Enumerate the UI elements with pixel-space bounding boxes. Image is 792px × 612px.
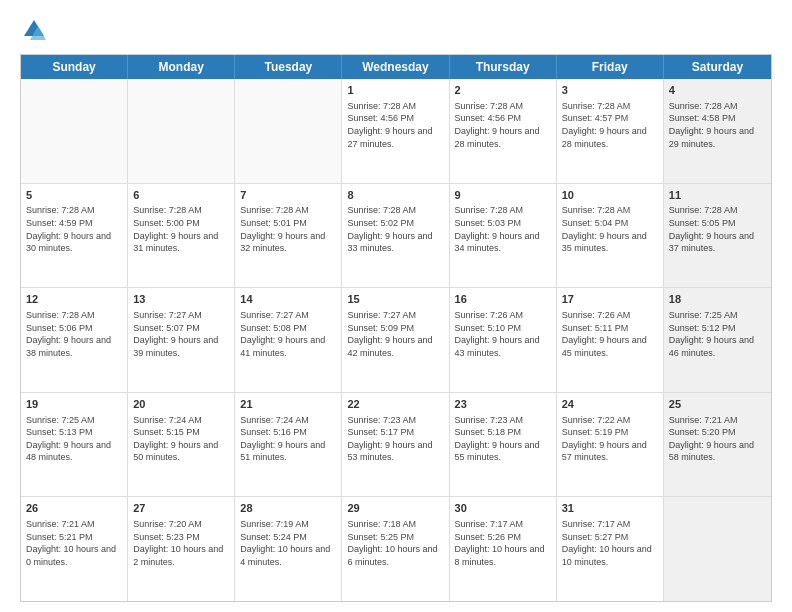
cell-info: Sunrise: 7:28 AMSunset: 5:00 PMDaylight:… bbox=[133, 204, 229, 254]
day-number: 22 bbox=[347, 397, 443, 412]
cell-info: Sunrise: 7:28 AMSunset: 5:01 PMDaylight:… bbox=[240, 204, 336, 254]
cell-info: Sunrise: 7:19 AMSunset: 5:24 PMDaylight:… bbox=[240, 518, 336, 568]
cell-info: Sunrise: 7:28 AMSunset: 5:04 PMDaylight:… bbox=[562, 204, 658, 254]
calendar-body: 1Sunrise: 7:28 AMSunset: 4:56 PMDaylight… bbox=[21, 79, 771, 601]
day-cell-29: 29Sunrise: 7:18 AMSunset: 5:25 PMDayligh… bbox=[342, 497, 449, 601]
day-cell-21: 21Sunrise: 7:24 AMSunset: 5:16 PMDayligh… bbox=[235, 393, 342, 497]
cell-info: Sunrise: 7:27 AMSunset: 5:07 PMDaylight:… bbox=[133, 309, 229, 359]
cell-info: Sunrise: 7:23 AMSunset: 5:17 PMDaylight:… bbox=[347, 414, 443, 464]
day-number: 16 bbox=[455, 292, 551, 307]
day-cell-11: 11Sunrise: 7:28 AMSunset: 5:05 PMDayligh… bbox=[664, 184, 771, 288]
day-cell-1: 1Sunrise: 7:28 AMSunset: 4:56 PMDaylight… bbox=[342, 79, 449, 183]
day-header-wednesday: Wednesday bbox=[342, 55, 449, 79]
day-cell-12: 12Sunrise: 7:28 AMSunset: 5:06 PMDayligh… bbox=[21, 288, 128, 392]
day-number: 27 bbox=[133, 501, 229, 516]
day-number: 9 bbox=[455, 188, 551, 203]
day-cell-10: 10Sunrise: 7:28 AMSunset: 5:04 PMDayligh… bbox=[557, 184, 664, 288]
day-number: 8 bbox=[347, 188, 443, 203]
cell-info: Sunrise: 7:24 AMSunset: 5:16 PMDaylight:… bbox=[240, 414, 336, 464]
day-number: 6 bbox=[133, 188, 229, 203]
day-cell-22: 22Sunrise: 7:23 AMSunset: 5:17 PMDayligh… bbox=[342, 393, 449, 497]
day-number: 18 bbox=[669, 292, 766, 307]
day-number: 29 bbox=[347, 501, 443, 516]
day-cell-6: 6Sunrise: 7:28 AMSunset: 5:00 PMDaylight… bbox=[128, 184, 235, 288]
day-header-thursday: Thursday bbox=[450, 55, 557, 79]
day-header-tuesday: Tuesday bbox=[235, 55, 342, 79]
cell-info: Sunrise: 7:28 AMSunset: 4:56 PMDaylight:… bbox=[347, 100, 443, 150]
day-cell-26: 26Sunrise: 7:21 AMSunset: 5:21 PMDayligh… bbox=[21, 497, 128, 601]
day-number: 14 bbox=[240, 292, 336, 307]
page-container: SundayMondayTuesdayWednesdayThursdayFrid… bbox=[0, 0, 792, 612]
day-cell-16: 16Sunrise: 7:26 AMSunset: 5:10 PMDayligh… bbox=[450, 288, 557, 392]
cell-info: Sunrise: 7:28 AMSunset: 5:05 PMDaylight:… bbox=[669, 204, 766, 254]
empty-cell bbox=[128, 79, 235, 183]
day-cell-23: 23Sunrise: 7:23 AMSunset: 5:18 PMDayligh… bbox=[450, 393, 557, 497]
day-number: 20 bbox=[133, 397, 229, 412]
cell-info: Sunrise: 7:28 AMSunset: 5:02 PMDaylight:… bbox=[347, 204, 443, 254]
cell-info: Sunrise: 7:28 AMSunset: 4:58 PMDaylight:… bbox=[669, 100, 766, 150]
day-number: 23 bbox=[455, 397, 551, 412]
day-cell-24: 24Sunrise: 7:22 AMSunset: 5:19 PMDayligh… bbox=[557, 393, 664, 497]
day-number: 5 bbox=[26, 188, 122, 203]
cell-info: Sunrise: 7:23 AMSunset: 5:18 PMDaylight:… bbox=[455, 414, 551, 464]
cell-info: Sunrise: 7:28 AMSunset: 4:57 PMDaylight:… bbox=[562, 100, 658, 150]
calendar-week-4: 19Sunrise: 7:25 AMSunset: 5:13 PMDayligh… bbox=[21, 393, 771, 498]
empty-cell bbox=[664, 497, 771, 601]
cell-info: Sunrise: 7:26 AMSunset: 5:11 PMDaylight:… bbox=[562, 309, 658, 359]
day-number: 28 bbox=[240, 501, 336, 516]
cell-info: Sunrise: 7:22 AMSunset: 5:19 PMDaylight:… bbox=[562, 414, 658, 464]
cell-info: Sunrise: 7:27 AMSunset: 5:08 PMDaylight:… bbox=[240, 309, 336, 359]
calendar-header: SundayMondayTuesdayWednesdayThursdayFrid… bbox=[21, 55, 771, 79]
cell-info: Sunrise: 7:25 AMSunset: 5:13 PMDaylight:… bbox=[26, 414, 122, 464]
calendar-week-5: 26Sunrise: 7:21 AMSunset: 5:21 PMDayligh… bbox=[21, 497, 771, 601]
cell-info: Sunrise: 7:17 AMSunset: 5:26 PMDaylight:… bbox=[455, 518, 551, 568]
logo-icon bbox=[20, 16, 48, 44]
day-cell-15: 15Sunrise: 7:27 AMSunset: 5:09 PMDayligh… bbox=[342, 288, 449, 392]
day-number: 15 bbox=[347, 292, 443, 307]
cell-info: Sunrise: 7:24 AMSunset: 5:15 PMDaylight:… bbox=[133, 414, 229, 464]
cell-info: Sunrise: 7:28 AMSunset: 5:03 PMDaylight:… bbox=[455, 204, 551, 254]
day-number: 4 bbox=[669, 83, 766, 98]
day-number: 30 bbox=[455, 501, 551, 516]
day-number: 7 bbox=[240, 188, 336, 203]
day-cell-7: 7Sunrise: 7:28 AMSunset: 5:01 PMDaylight… bbox=[235, 184, 342, 288]
day-header-friday: Friday bbox=[557, 55, 664, 79]
day-number: 17 bbox=[562, 292, 658, 307]
day-cell-19: 19Sunrise: 7:25 AMSunset: 5:13 PMDayligh… bbox=[21, 393, 128, 497]
day-number: 2 bbox=[455, 83, 551, 98]
day-cell-28: 28Sunrise: 7:19 AMSunset: 5:24 PMDayligh… bbox=[235, 497, 342, 601]
day-cell-20: 20Sunrise: 7:24 AMSunset: 5:15 PMDayligh… bbox=[128, 393, 235, 497]
day-number: 24 bbox=[562, 397, 658, 412]
cell-info: Sunrise: 7:28 AMSunset: 4:56 PMDaylight:… bbox=[455, 100, 551, 150]
day-cell-14: 14Sunrise: 7:27 AMSunset: 5:08 PMDayligh… bbox=[235, 288, 342, 392]
day-cell-30: 30Sunrise: 7:17 AMSunset: 5:26 PMDayligh… bbox=[450, 497, 557, 601]
day-header-sunday: Sunday bbox=[21, 55, 128, 79]
day-cell-4: 4Sunrise: 7:28 AMSunset: 4:58 PMDaylight… bbox=[664, 79, 771, 183]
cell-info: Sunrise: 7:26 AMSunset: 5:10 PMDaylight:… bbox=[455, 309, 551, 359]
day-cell-3: 3Sunrise: 7:28 AMSunset: 4:57 PMDaylight… bbox=[557, 79, 664, 183]
logo bbox=[20, 16, 52, 44]
day-number: 3 bbox=[562, 83, 658, 98]
cell-info: Sunrise: 7:25 AMSunset: 5:12 PMDaylight:… bbox=[669, 309, 766, 359]
calendar: SundayMondayTuesdayWednesdayThursdayFrid… bbox=[20, 54, 772, 602]
day-number: 21 bbox=[240, 397, 336, 412]
calendar-week-3: 12Sunrise: 7:28 AMSunset: 5:06 PMDayligh… bbox=[21, 288, 771, 393]
day-cell-17: 17Sunrise: 7:26 AMSunset: 5:11 PMDayligh… bbox=[557, 288, 664, 392]
calendar-week-1: 1Sunrise: 7:28 AMSunset: 4:56 PMDaylight… bbox=[21, 79, 771, 184]
day-number: 1 bbox=[347, 83, 443, 98]
day-number: 26 bbox=[26, 501, 122, 516]
day-cell-31: 31Sunrise: 7:17 AMSunset: 5:27 PMDayligh… bbox=[557, 497, 664, 601]
day-cell-5: 5Sunrise: 7:28 AMSunset: 4:59 PMDaylight… bbox=[21, 184, 128, 288]
day-number: 25 bbox=[669, 397, 766, 412]
day-header-monday: Monday bbox=[128, 55, 235, 79]
day-number: 10 bbox=[562, 188, 658, 203]
cell-info: Sunrise: 7:28 AMSunset: 5:06 PMDaylight:… bbox=[26, 309, 122, 359]
day-cell-9: 9Sunrise: 7:28 AMSunset: 5:03 PMDaylight… bbox=[450, 184, 557, 288]
cell-info: Sunrise: 7:17 AMSunset: 5:27 PMDaylight:… bbox=[562, 518, 658, 568]
day-number: 12 bbox=[26, 292, 122, 307]
day-number: 11 bbox=[669, 188, 766, 203]
day-cell-27: 27Sunrise: 7:20 AMSunset: 5:23 PMDayligh… bbox=[128, 497, 235, 601]
day-cell-8: 8Sunrise: 7:28 AMSunset: 5:02 PMDaylight… bbox=[342, 184, 449, 288]
day-number: 13 bbox=[133, 292, 229, 307]
cell-info: Sunrise: 7:20 AMSunset: 5:23 PMDaylight:… bbox=[133, 518, 229, 568]
